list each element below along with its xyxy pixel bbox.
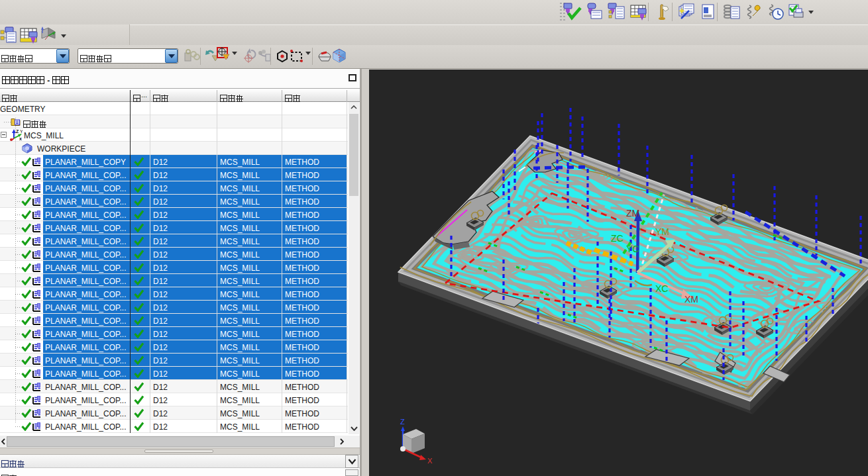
svg-text:XM: XM: [684, 294, 698, 305]
svg-text:YC: YC: [626, 244, 639, 254]
svg-text:Y: Y: [20, 129, 23, 134]
svg-text:Z: Z: [400, 418, 405, 426]
svg-text:X: X: [427, 457, 433, 465]
svg-text:XC: XC: [655, 283, 668, 294]
svg-text:ZC: ZC: [611, 233, 624, 244]
svg-text:ZM: ZM: [626, 208, 639, 218]
svg-text:Z: Z: [16, 129, 19, 134]
svg-text:YM: YM: [655, 226, 669, 237]
svg-text:x: x: [19, 136, 22, 141]
